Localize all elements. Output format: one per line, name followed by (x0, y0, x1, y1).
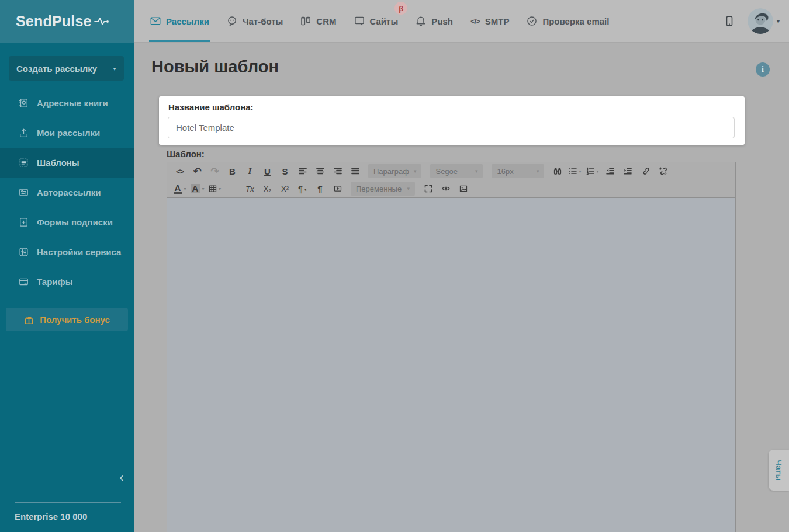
tab-label: CRM (316, 16, 336, 26)
text-direction-button[interactable]: ¶ (295, 181, 310, 196)
get-bonus-label: Получить бонус (40, 315, 110, 325)
align-center-button[interactable] (312, 164, 328, 179)
insert-link-button[interactable] (637, 164, 653, 179)
remove-link-button[interactable] (655, 164, 670, 179)
tab-label: Рассылки (166, 16, 209, 26)
sidebar-item-template[interactable]: Шаблоны (0, 148, 134, 178)
italic-button[interactable]: I (242, 164, 258, 179)
image-icon (459, 185, 468, 193)
sidebar: SendPulse Создать рассылку ▾ Адресные кн… (0, 0, 134, 532)
link-icon (641, 167, 649, 175)
chevron-down-icon: ▾ (475, 168, 478, 174)
sidebar-collapse-button[interactable]: ‹ (115, 470, 129, 486)
ul-icon (569, 167, 577, 175)
account-menu[interactable]: ▾ (748, 8, 780, 34)
sidebar-item-autoflow[interactable]: Авторассылки (0, 178, 134, 207)
tab-sites[interactable]: Сайтыβ (354, 0, 399, 42)
template-name-label: Название шаблона: (168, 102, 254, 112)
paragraph-style-dropdown[interactable]: Параграф▾ (368, 164, 421, 178)
chatbot-icon (227, 16, 237, 26)
tab-push[interactable]: Push (416, 0, 453, 42)
show-paragraph-button[interactable]: ¶ (312, 181, 328, 196)
chats-tab-label: Чаты (774, 460, 783, 481)
topnav-right: ▾ (724, 0, 789, 42)
send-icon (19, 128, 29, 138)
pulse-icon (94, 16, 109, 27)
underline-button[interactable]: U (259, 164, 275, 179)
insert-video-button[interactable] (330, 181, 345, 196)
preview-button[interactable] (438, 181, 454, 196)
brand-logo[interactable]: SendPulse (16, 13, 109, 30)
tab-label: Проверка email (542, 16, 609, 26)
bold-button[interactable]: B (224, 164, 240, 179)
sidebar-item-subscription-form[interactable]: Формы подписки (0, 207, 134, 237)
tab-smtp[interactable]: </>SMTP (470, 0, 509, 42)
code-tag-icon: </> (470, 17, 480, 26)
gift-icon (24, 315, 34, 325)
tab-crm[interactable]: CRM (300, 0, 336, 42)
strikethrough-icon: S (282, 166, 288, 176)
sidebar-item-tariffs[interactable]: Тарифы (0, 267, 134, 297)
create-mailing-caret[interactable]: ▾ (105, 56, 124, 81)
strikethrough-button[interactable]: S (277, 164, 293, 179)
redo-button[interactable]: ↷ (207, 164, 223, 179)
insert-image-button[interactable] (455, 181, 471, 196)
editor-content-area[interactable] (167, 198, 735, 532)
get-bonus-button[interactable]: Получить бонус (6, 308, 128, 331)
sidebar-item-send[interactable]: Мои рассылки (0, 118, 134, 148)
sidebar-item-service-settings[interactable]: Настройки сервиса (0, 237, 134, 267)
tab-mailings[interactable]: Рассылки (150, 0, 209, 42)
superscript-icon: X² (281, 185, 289, 193)
video-icon (334, 185, 342, 193)
tariffs-icon (19, 277, 29, 287)
align-left-button[interactable] (295, 164, 310, 179)
redo-icon: ↷ (210, 165, 219, 178)
chevron-down-icon: ▾ (414, 168, 417, 174)
outdent-button[interactable] (602, 164, 618, 179)
undo-button[interactable]: ↶ (189, 164, 205, 179)
fullscreen-button[interactable] (420, 181, 436, 196)
align-justify-button[interactable] (347, 164, 363, 179)
plan-label[interactable]: Enterprise 10 000 (15, 512, 87, 521)
subscript-button[interactable]: X₂ (259, 181, 275, 196)
variables-dropdown[interactable]: Переменные▾ (351, 182, 415, 196)
sidebar-item-address-book[interactable]: Адресные книги (0, 88, 134, 118)
horizontal-line-button[interactable]: — (224, 181, 240, 196)
chevron-down-icon: ▾ (407, 186, 410, 192)
sidebar-item-label: Адресные книги (37, 98, 108, 108)
beta-badge: β (394, 2, 407, 15)
clear-formatting-icon: Tx (245, 185, 254, 193)
font-size-dropdown[interactable]: 16px▾ (492, 164, 544, 178)
service-settings-icon (19, 247, 29, 257)
mobile-app-button[interactable] (724, 14, 735, 28)
align-right-button[interactable] (330, 164, 345, 179)
mobile-icon (724, 14, 735, 28)
sidebar-divider (15, 502, 121, 503)
font-family-dropdown[interactable]: Segoe▾ (430, 164, 483, 178)
text-color-icon: A (174, 184, 182, 194)
info-icon[interactable]: i (756, 62, 770, 77)
superscript-button[interactable]: X² (277, 181, 293, 196)
indent-button[interactable] (620, 164, 635, 179)
ordered-list-button[interactable]: ▾ (584, 164, 600, 179)
template-name-input[interactable] (168, 117, 735, 138)
clear-formatting-button[interactable]: Tx (242, 181, 258, 196)
text-color-button[interactable]: A▾ (172, 181, 188, 196)
sidebar-header: SendPulse (0, 0, 134, 43)
find-replace-button[interactable] (549, 164, 565, 179)
unordered-list-button[interactable]: ▾ (567, 164, 583, 179)
user-avatar[interactable] (748, 8, 773, 34)
code-view-button[interactable]: <> (172, 164, 188, 179)
chats-side-tab[interactable]: Чаты (769, 450, 789, 491)
indent-icon (624, 167, 632, 175)
sidebar-item-label: Тарифы (37, 277, 72, 287)
create-mailing-button[interactable]: Создать рассылку ▾ (9, 56, 124, 81)
tab-chatbots[interactable]: Чат-боты (227, 0, 283, 42)
rich-text-editor: <>↶↷BIUSПараграф▾Segoe▾16px▾▾▾ A▾A▾▾—TxX… (167, 162, 736, 532)
insert-table-button[interactable]: ▾ (207, 181, 223, 196)
tab-email-check[interactable]: Проверка email (527, 0, 609, 42)
autoflow-icon (19, 187, 29, 197)
template-label: Шаблон: (167, 149, 205, 159)
binoculars-icon (553, 167, 562, 175)
background-color-button[interactable]: A▾ (189, 181, 205, 196)
